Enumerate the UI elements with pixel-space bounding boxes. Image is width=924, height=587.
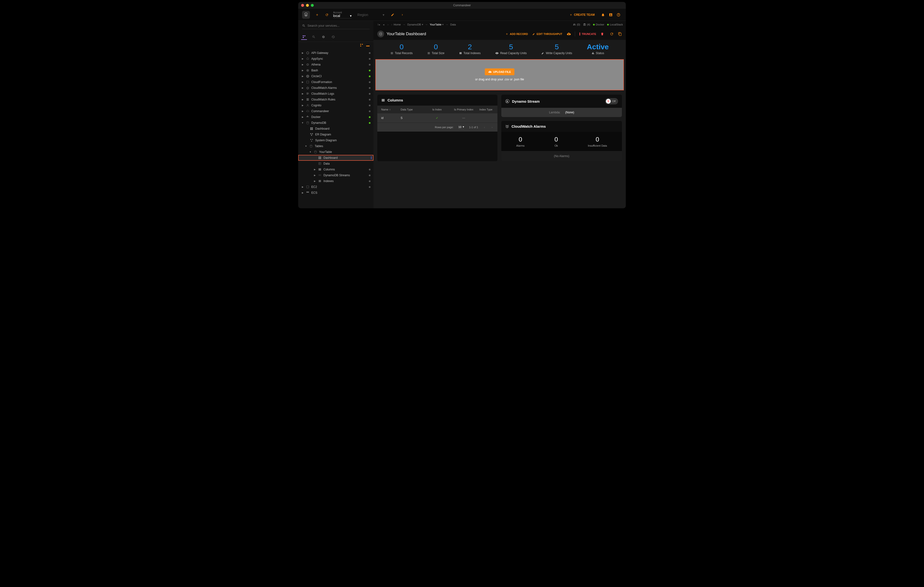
tree-icon[interactable] bbox=[360, 43, 363, 48]
table-row[interactable]: id S ✓ — bbox=[377, 113, 497, 122]
stream-toggle[interactable]: Off bbox=[605, 98, 618, 104]
forward-button[interactable] bbox=[399, 12, 406, 18]
minimize-window-button[interactable] bbox=[306, 4, 309, 7]
sidebar-tab-tree[interactable] bbox=[301, 34, 307, 40]
edit-button[interactable] bbox=[389, 12, 396, 18]
upload-zone[interactable]: UPLOAD FILE or drag and drop your .csv o… bbox=[375, 59, 624, 90]
refresh-button[interactable] bbox=[323, 12, 330, 18]
add-button[interactable] bbox=[314, 12, 320, 18]
tree-item-dynamodb[interactable]: ▼DynamoDB bbox=[298, 120, 373, 126]
tree-item-system-diagram[interactable]: System Diagram bbox=[298, 137, 373, 143]
svg-rect-33 bbox=[320, 157, 321, 158]
help-button[interactable] bbox=[615, 12, 622, 18]
add-record-button[interactable]: ADD RECORD bbox=[505, 33, 528, 35]
sidebar-tab-history[interactable] bbox=[330, 34, 336, 40]
columns-icon bbox=[381, 98, 385, 102]
column-header-isindex[interactable]: Is Index bbox=[425, 108, 449, 111]
column-header-name[interactable]: Name↑ bbox=[381, 108, 401, 111]
tree-item-yourtable[interactable]: ▼YourTable bbox=[298, 149, 373, 155]
account-button[interactable] bbox=[607, 12, 614, 18]
search-field[interactable] bbox=[302, 24, 370, 29]
svg-rect-53 bbox=[594, 53, 594, 55]
svg-rect-21 bbox=[312, 127, 313, 129]
tree-item-yourtable-indexes[interactable]: ▶Indexes bbox=[298, 178, 373, 184]
tree-item-bash[interactable]: ▶Bash bbox=[298, 68, 373, 73]
tree-item-docker[interactable]: ▶Docker bbox=[298, 114, 373, 120]
titlebar: Commandeer bbox=[298, 2, 626, 9]
column-header-primary[interactable]: Is Primary Index bbox=[449, 108, 478, 111]
svg-point-29 bbox=[311, 141, 312, 142]
column-header-type[interactable]: Data Type bbox=[401, 108, 425, 111]
rows-per-page-select[interactable]: 10▾ bbox=[459, 125, 464, 129]
truncate-button[interactable]: TRUNCATE bbox=[579, 33, 596, 35]
service-tree: ▶API Gateway ▶AppSync ▶Athena ▶Bash ▶Cir… bbox=[298, 49, 373, 208]
pencil-icon bbox=[541, 52, 544, 55]
breadcrumb-table[interactable]: YourTable bbox=[430, 23, 442, 26]
columns-icon bbox=[459, 52, 462, 55]
create-team-button[interactable]: CREATE TEAM bbox=[569, 13, 595, 17]
close-window-button[interactable] bbox=[301, 4, 304, 7]
tree-item-ec2[interactable]: ▶EC2 bbox=[298, 184, 373, 190]
tree-item-ecs[interactable]: ▶ECS bbox=[298, 190, 373, 196]
svg-rect-52 bbox=[593, 52, 593, 54]
maximize-window-button[interactable] bbox=[311, 4, 314, 7]
upload-file-button[interactable]: UPLOAD FILE bbox=[485, 68, 514, 75]
lambda-icon bbox=[505, 99, 510, 103]
svg-rect-11 bbox=[307, 98, 309, 99]
svg-rect-40 bbox=[318, 180, 321, 180]
tree-item-tables[interactable]: ▼Tables bbox=[298, 143, 373, 149]
tree-item-cognito[interactable]: ▶Cognito bbox=[298, 103, 373, 108]
svg-rect-56 bbox=[384, 99, 384, 101]
svg-rect-22 bbox=[310, 129, 312, 130]
chevron-down-icon: ▾ bbox=[383, 13, 384, 17]
sidebar-tab-search[interactable] bbox=[311, 34, 317, 40]
tree-item-cloudwatch-logs[interactable]: ▶CloudWatch Logs bbox=[298, 91, 373, 97]
tree-item-dynamodb-dashboard[interactable]: Dashboard bbox=[298, 126, 373, 132]
next-page-button[interactable]: › bbox=[491, 126, 493, 129]
breadcrumb-home[interactable]: Home bbox=[394, 23, 401, 26]
status-docker: Docker bbox=[593, 23, 604, 26]
breadcrumb-first[interactable]: I◂ bbox=[376, 23, 381, 26]
refresh-button[interactable] bbox=[610, 32, 614, 36]
svg-rect-12 bbox=[307, 99, 309, 100]
cloudwatch-alarms-card: CloudWatch Alarms 0Alarms 0Ok 0Insuffici… bbox=[501, 121, 622, 161]
breadcrumb-back[interactable]: ◂ bbox=[381, 23, 386, 26]
notifications-button[interactable] bbox=[600, 12, 606, 18]
column-header-indextype[interactable]: Index Type bbox=[478, 108, 493, 111]
tree-item-yourtable-dashboard[interactable]: Dashboard bbox=[298, 155, 373, 161]
tree-item-yourtable-data[interactable]: Data bbox=[298, 161, 373, 167]
copy-button[interactable] bbox=[618, 32, 622, 36]
tree-item-cloudwatch-alarms[interactable]: ▶CloudWatch Alarms bbox=[298, 85, 373, 91]
app-logo[interactable] bbox=[302, 11, 310, 19]
tree-item-commandeer[interactable]: ▶Commandeer bbox=[298, 108, 373, 114]
tree-item-cloudformation[interactable]: ▶CloudFormation bbox=[298, 79, 373, 85]
tree-item-api-gateway[interactable]: ▶API Gateway bbox=[298, 50, 373, 56]
tree-item-yourtable-columns[interactable]: ▶Columns bbox=[298, 167, 373, 172]
breadcrumb-bar: I◂ ◂ ›› Home → DynamoDB▾ → YourTable▾ → … bbox=[373, 21, 626, 28]
region-selector[interactable]: Region ▾ bbox=[357, 13, 384, 17]
cloud-download-button[interactable] bbox=[567, 32, 571, 36]
tree-item-appsync[interactable]: ▶AppSync bbox=[298, 56, 373, 62]
arrow-icon: → bbox=[403, 23, 406, 26]
account-selector[interactable]: Account local ▾ bbox=[333, 11, 351, 18]
region-label: Region bbox=[357, 13, 368, 17]
columns-card: Columns Name↑ Data Type Is Index Is Prim… bbox=[377, 95, 497, 161]
sidebar-tab-settings[interactable] bbox=[320, 34, 327, 40]
tree-item-circleci[interactable]: ▶CircleCI bbox=[298, 73, 373, 79]
database-icon bbox=[377, 31, 384, 37]
tree-item-er-diagram[interactable]: ER Diagram bbox=[298, 132, 373, 137]
delete-button[interactable] bbox=[601, 32, 604, 36]
breadcrumb-page[interactable]: Data bbox=[450, 23, 456, 26]
edit-throughput-button[interactable]: EDIT THROUGHPUT bbox=[532, 33, 563, 35]
search-input[interactable] bbox=[307, 24, 370, 27]
breadcrumb-service[interactable]: DynamoDB bbox=[408, 23, 421, 26]
tree-item-cloudwatch-rules[interactable]: ▶CloudWatch Rules bbox=[298, 97, 373, 103]
stat-total-indexes: 2 Total Indexes bbox=[459, 43, 481, 55]
prev-page-button[interactable]: ‹ bbox=[483, 126, 486, 129]
tree-item-yourtable-streams[interactable]: ▶DynamoDB Streams bbox=[298, 172, 373, 178]
tree-item-athena[interactable]: ▶Athena bbox=[298, 62, 373, 68]
page-range: 1-1 of 1 bbox=[469, 126, 478, 129]
collapse-icon[interactable] bbox=[366, 43, 370, 48]
check-icon: ✓ bbox=[425, 116, 449, 120]
stat-read-capacity: 5 Read Capacity Units bbox=[495, 43, 526, 55]
